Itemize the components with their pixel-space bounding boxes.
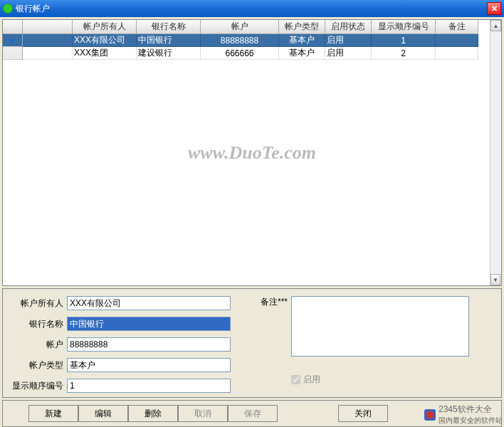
brand-name: 2345软件大全 xyxy=(439,404,503,416)
remark-field[interactable] xyxy=(291,296,469,357)
cell-order: 2 xyxy=(372,47,436,60)
label-order: 显示顺序编号 xyxy=(10,380,67,392)
row-indicator[interactable] xyxy=(3,47,22,60)
save-button[interactable]: 保存 xyxy=(228,405,278,422)
cancel-button[interactable]: 取消 xyxy=(178,405,228,422)
grid-header-owner[interactable]: 帐户所有人 xyxy=(73,20,137,34)
grid-corner[interactable] xyxy=(3,20,22,34)
delete-button[interactable]: 删除 xyxy=(128,405,178,422)
cell-type: 基本户 xyxy=(279,34,325,47)
data-grid[interactable]: 帐户所有人 银行名称 帐户 帐户类型 启用状态 显示顺序编号 备注 XXX有限公… xyxy=(2,19,502,286)
label-remark: 备注*** xyxy=(252,296,291,308)
vertical-scrollbar[interactable]: ▲ ▼ xyxy=(490,20,501,285)
cell-owner: XXX有限公司 xyxy=(73,34,137,47)
row-indicator[interactable] xyxy=(3,34,22,47)
cell-bank: 建设银行 xyxy=(137,47,201,60)
brand-logo-icon xyxy=(424,409,436,421)
order-field[interactable] xyxy=(67,379,231,393)
watermark: www.DuoTe.com xyxy=(188,142,316,164)
cell-account: 88888888 xyxy=(201,34,279,47)
app-icon xyxy=(3,4,13,14)
label-enabled: 启用 xyxy=(303,374,320,386)
cell-blank xyxy=(23,47,73,60)
cell-order: 1 xyxy=(372,34,436,47)
cell-account: 666666 xyxy=(201,47,279,60)
close-icon[interactable]: ✕ xyxy=(487,2,501,15)
label-owner: 帐户所有人 xyxy=(10,297,67,310)
grid-header-remark[interactable]: 备注 xyxy=(436,20,478,34)
close-button[interactable]: 关闭 xyxy=(338,405,388,422)
scroll-down-icon[interactable]: ▼ xyxy=(490,274,500,285)
cell-bank: 中国银行 xyxy=(137,34,201,47)
cell-status: 启用 xyxy=(325,34,372,47)
bank-field[interactable] xyxy=(67,317,231,331)
cell-status: 启用 xyxy=(325,47,372,60)
type-field[interactable] xyxy=(67,358,231,372)
new-button[interactable]: 新建 xyxy=(28,405,78,422)
cell-remark xyxy=(436,47,478,60)
row-pointer-icon xyxy=(11,38,15,43)
edit-button[interactable]: 编辑 xyxy=(78,405,128,422)
owner-field[interactable] xyxy=(67,296,231,310)
table-row[interactable]: XXX有限公司 中国银行 88888888 基本户 启用 1 xyxy=(23,34,501,47)
cell-blank xyxy=(23,34,73,47)
grid-header-status[interactable]: 启用状态 xyxy=(325,20,372,34)
brand-slogan: 国内最安全的软件站 xyxy=(439,416,503,426)
grid-header-order[interactable]: 显示顺序编号 xyxy=(372,20,436,34)
grid-header-row: 帐户所有人 银行名称 帐户 帐户类型 启用状态 显示顺序编号 备注 xyxy=(23,20,501,34)
grid-header-account[interactable]: 帐户 xyxy=(201,20,279,34)
cell-type: 基本户 xyxy=(279,47,325,60)
detail-form: 帐户所有人 银行名称 帐户 帐户类型 显示顺序编号 备注*** 启用 xyxy=(2,288,502,398)
account-field[interactable] xyxy=(67,337,231,352)
label-account: 帐户 xyxy=(10,339,67,351)
title-bar: 银行帐户 ✕ xyxy=(0,0,504,17)
label-bank: 银行名称 xyxy=(10,318,67,330)
table-row[interactable]: XXX集团 建设银行 666666 基本户 启用 2 xyxy=(23,47,501,60)
window-title: 银行帐户 xyxy=(16,3,487,15)
cell-remark xyxy=(436,34,478,47)
scroll-up-icon[interactable]: ▲ xyxy=(490,20,501,31)
enabled-checkbox[interactable] xyxy=(291,375,300,384)
cell-owner: XXX集团 xyxy=(73,47,137,60)
grid-row-gutter xyxy=(3,20,23,60)
grid-header-bank[interactable]: 银行名称 xyxy=(137,20,201,34)
grid-header-blank[interactable] xyxy=(23,20,73,34)
grid-header-type[interactable]: 帐户类型 xyxy=(279,20,325,34)
footer-branding: 2345软件大全 国内最安全的软件站 xyxy=(424,404,503,426)
label-type: 帐户类型 xyxy=(10,359,67,371)
